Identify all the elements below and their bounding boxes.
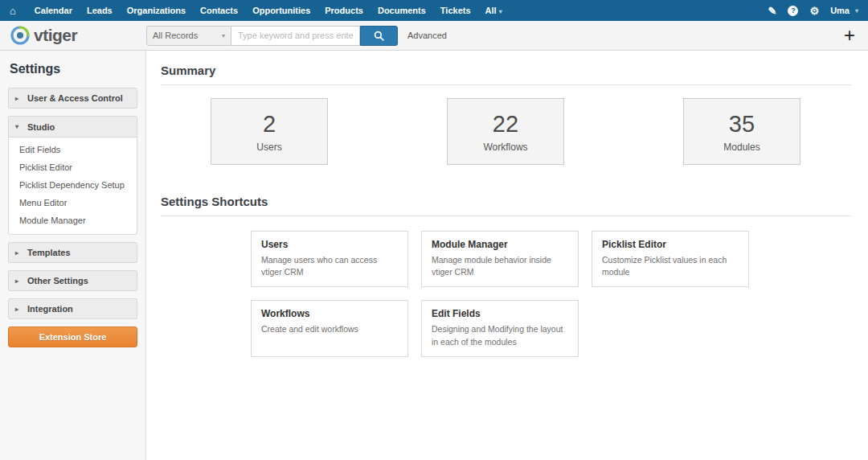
global-search: All Records ▾ Advanced bbox=[146, 26, 447, 46]
search-scope-select[interactable]: All Records ▾ bbox=[146, 26, 231, 46]
shortcut-title: Edit Fields bbox=[432, 308, 568, 319]
stat-label: Users bbox=[256, 142, 281, 153]
nav-all-menu[interactable]: All▾ bbox=[478, 6, 510, 15]
nav-calendar[interactable]: Calendar bbox=[27, 6, 80, 15]
home-icon[interactable]: ⌂ bbox=[10, 5, 16, 17]
top-navigation-bar: ⌂ Calendar Leads Organizations Contacts … bbox=[0, 0, 868, 21]
shortcut-card-module-manager[interactable]: Module Manager Manage module behavior in… bbox=[421, 231, 579, 287]
chevron-down-icon: ▾ bbox=[855, 7, 858, 14]
settings-sidebar: Settings ▸ User & Access Control ▾ Studi… bbox=[0, 51, 146, 460]
sidebar-section-user-access-control[interactable]: ▸ User & Access Control bbox=[8, 88, 137, 109]
stat-label: Workflows bbox=[483, 142, 527, 153]
search-scope-value: All Records bbox=[153, 31, 198, 40]
shortcut-title: Picklist Editor bbox=[602, 239, 739, 250]
summary-stats: 2 Users 22 Workflows 35 Modules bbox=[161, 85, 852, 165]
stat-value: 22 bbox=[493, 111, 518, 138]
gear-icon[interactable]: ⚙ bbox=[809, 5, 819, 17]
sidebar-item-picklist-dependency-setup[interactable]: Picklist Dependency Setup bbox=[9, 176, 137, 194]
shortcut-description: Manage module behavior inside vtiger CRM bbox=[432, 254, 568, 278]
vtiger-logo-icon bbox=[10, 25, 31, 46]
nav-all-label: All bbox=[485, 6, 497, 15]
shortcuts-divider bbox=[161, 216, 852, 216]
stat-card-modules[interactable]: 35 Modules bbox=[683, 98, 800, 165]
shortcut-description: Customize Picklist values in each module bbox=[602, 254, 739, 278]
shortcut-card-users[interactable]: Users Manage users who can access vtiger… bbox=[251, 231, 408, 287]
extension-store-button[interactable]: Extension Store bbox=[8, 327, 137, 347]
help-icon[interactable]: ? bbox=[788, 6, 798, 16]
stat-label: Modules bbox=[723, 142, 760, 153]
shortcut-card-picklist-editor[interactable]: Picklist Editor Customize Picklist value… bbox=[592, 231, 749, 287]
shortcut-title: Module Manager bbox=[432, 239, 568, 250]
stat-value: 2 bbox=[263, 111, 276, 138]
advanced-search-link[interactable]: Advanced bbox=[407, 31, 447, 40]
nav-leads[interactable]: Leads bbox=[80, 6, 120, 15]
search-icon bbox=[374, 31, 384, 41]
shortcut-card-edit-fields[interactable]: Edit Fields Designing and Modifying the … bbox=[421, 300, 579, 356]
shortcut-description: Designing and Modifying the layout in ea… bbox=[432, 323, 568, 347]
sidebar-item-menu-editor[interactable]: Menu Editor bbox=[9, 194, 137, 212]
chevron-down-icon: ▾ bbox=[499, 8, 502, 15]
compose-icon[interactable]: ✎ bbox=[768, 5, 777, 17]
shortcut-description: Create and edit workflows bbox=[261, 323, 398, 335]
settings-main-panel: Summary 2 Users 22 Workflows 35 Modules … bbox=[146, 51, 868, 460]
search-input[interactable] bbox=[231, 26, 360, 46]
sidebar-section-studio: ▾ Studio Edit Fields Picklist Editor Pic… bbox=[8, 116, 137, 235]
vtiger-logo[interactable]: vtiger bbox=[0, 25, 146, 46]
chevron-right-icon: ▸ bbox=[15, 277, 22, 285]
chevron-right-icon: ▸ bbox=[15, 95, 22, 102]
sidebar-section-integration[interactable]: ▸ Integration bbox=[8, 298, 137, 319]
shortcut-description: Manage users who can access vtiger CRM bbox=[261, 254, 398, 278]
chevron-right-icon: ▸ bbox=[15, 249, 22, 257]
help-icon-glyph: ? bbox=[788, 6, 798, 16]
sidebar-title: Settings bbox=[10, 62, 137, 76]
vtiger-logo-text: vtiger bbox=[34, 26, 77, 45]
nav-organizations[interactable]: Organizations bbox=[120, 6, 193, 15]
stat-card-workflows[interactable]: 22 Workflows bbox=[447, 98, 564, 165]
nav-documents[interactable]: Documents bbox=[371, 6, 433, 15]
nav-contacts[interactable]: Contacts bbox=[193, 6, 245, 15]
sidebar-section-label: Integration bbox=[27, 304, 73, 314]
summary-title: Summary bbox=[161, 64, 852, 77]
settings-shortcuts-grid: Users Manage users who can access vtiger… bbox=[251, 231, 852, 357]
user-name: Uma bbox=[830, 6, 850, 15]
nav-opportunities[interactable]: Opportunities bbox=[245, 6, 317, 15]
chevron-down-icon: ▾ bbox=[222, 32, 225, 39]
sidebar-section-label: Other Settings bbox=[27, 276, 88, 285]
page-content: Settings ▸ User & Access Control ▾ Studi… bbox=[0, 51, 868, 460]
stat-card-users[interactable]: 2 Users bbox=[211, 98, 328, 165]
stat-value: 35 bbox=[729, 111, 755, 138]
search-button[interactable] bbox=[360, 26, 398, 46]
nav-products[interactable]: Products bbox=[317, 6, 371, 15]
shortcut-title: Users bbox=[261, 239, 398, 250]
sidebar-section-studio-header[interactable]: ▾ Studio bbox=[9, 117, 137, 138]
nav-tickets[interactable]: Tickets bbox=[433, 6, 478, 15]
sidebar-section-label: Templates bbox=[27, 248, 71, 257]
sidebar-item-module-manager[interactable]: Module Manager bbox=[9, 212, 137, 229]
shortcut-title: Workflows bbox=[261, 308, 398, 319]
chevron-right-icon: ▸ bbox=[15, 306, 22, 313]
quick-create-plus-button[interactable]: + bbox=[831, 26, 868, 45]
studio-items: Edit Fields Picklist Editor Picklist Dep… bbox=[9, 138, 137, 234]
sidebar-section-other-settings[interactable]: ▸ Other Settings bbox=[8, 270, 137, 291]
user-menu[interactable]: Uma ▾ bbox=[830, 6, 858, 15]
sidebar-item-picklist-editor[interactable]: Picklist Editor bbox=[9, 158, 137, 176]
search-bar: vtiger All Records ▾ Advanced + bbox=[0, 21, 868, 51]
sidebar-section-label: Studio bbox=[27, 122, 55, 132]
shortcut-card-workflows[interactable]: Workflows Create and edit workflows bbox=[251, 300, 408, 356]
sidebar-section-label: User & Access Control bbox=[27, 93, 123, 103]
sidebar-item-edit-fields[interactable]: Edit Fields bbox=[9, 141, 137, 158]
settings-shortcuts-title: Settings Shortcuts bbox=[161, 195, 852, 208]
sidebar-section-templates[interactable]: ▸ Templates bbox=[8, 242, 137, 263]
chevron-down-icon: ▾ bbox=[15, 123, 22, 130]
